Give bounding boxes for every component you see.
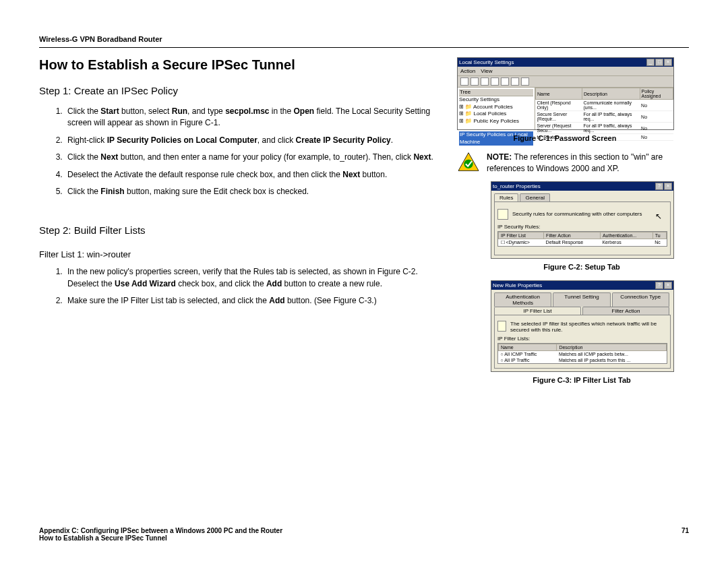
step1-heading: Step 1: Create an IPSec Policy: [39, 85, 444, 96]
cursor-icon: ↖: [655, 212, 662, 221]
toolbar-icon: [491, 77, 499, 86]
col-tu: Tu: [653, 232, 666, 239]
tree-node: ⊞ 📁 Local Policies: [459, 111, 533, 117]
col-auth: Authentication...: [600, 232, 653, 239]
fig2-title: to_router Properties: [493, 183, 541, 189]
figures-column: Local Security Settings _□× Action View: [457, 57, 673, 394]
figure-c3-window: New Rule Properties ?× Authentication Me…: [491, 280, 674, 372]
col-desc: Description: [582, 88, 640, 100]
fig1-listview: NameDescriptionPolicy Assigned Client (R…: [535, 88, 673, 129]
figure-c2-window: to_router Properties ?× Rules General Se…: [491, 181, 674, 259]
menu-action: Action: [460, 68, 475, 74]
toolbar-icon: [521, 77, 529, 86]
fig3-panel: The selected IP filter list specifies wh…: [494, 315, 671, 369]
fig3-title: New Rule Properties: [493, 282, 542, 288]
page-title: How to Establish a Secure IPSec Tunnel: [39, 57, 444, 73]
footer-left: Appendix C: Configuring IPSec between a …: [39, 527, 282, 534]
col-name: Name: [536, 88, 582, 100]
col-policy-assigned: Policy Assigned: [640, 88, 673, 100]
tab-conn-type: Connection Type: [612, 292, 669, 307]
tree-node: Security Settings: [459, 96, 533, 103]
window-buttons: ?×: [655, 183, 672, 190]
toolbar-icon: [511, 77, 519, 86]
fig1-titlebar: Local Security Settings _□×: [458, 58, 673, 67]
fig2-caption: Figure C-2: Setup Tab: [491, 263, 673, 271]
close-icon: ×: [664, 59, 672, 66]
page-number: 71: [681, 527, 689, 534]
fig3-grid: NameDescription ○ All ICMP TrafficMatche…: [497, 343, 667, 364]
step2-item: Make sure the IP Filter List tab is sele…: [65, 295, 444, 307]
toolbar-icon: [471, 77, 479, 86]
tab-auth-methods: Authentication Methods: [494, 292, 551, 307]
step2-heading: Step 2: Build Filter Lists: [39, 224, 444, 236]
fig1-menubar: Action View: [458, 67, 673, 76]
fig2-titlebar: to_router Properties ?×: [491, 182, 673, 191]
tree-node: ⊞ 📁 Account Policies: [459, 104, 533, 111]
fig1-toolbar: [458, 76, 673, 88]
toolbar-icon: [460, 77, 468, 86]
running-header: Wireless-G VPN Boradband Router: [39, 35, 689, 43]
tree-node: ⊞ 📁 Public Key Policies: [459, 118, 533, 125]
fig1-title: Local Security Settings: [459, 59, 514, 65]
step1-item: Click the Finish button, making sure the…: [65, 186, 444, 197]
step1-item: Click the Next button, and then enter a …: [65, 152, 444, 163]
list-row: Secure Server (Requir...For all IP traff…: [536, 111, 673, 123]
fig1-tree: Tree Security Settings ⊞ 📁 Account Polic…: [458, 88, 535, 129]
rules-icon: [497, 209, 508, 220]
grid-row: ○ All IP TrafficMatches all IP packets f…: [499, 357, 667, 363]
main-text-column: How to Establish a Secure IPSec Tunnel S…: [39, 57, 444, 394]
step2-list: In the new policy's properties screen, v…: [39, 266, 444, 307]
fig3-tabs-top: Authentication Methods Tunnel Setting Co…: [491, 290, 673, 307]
help-icon: ?: [655, 183, 663, 190]
fig2-panel: Security rules for communicating with ot…: [494, 201, 671, 255]
fig2-desc: Security rules for communicating with ot…: [512, 211, 642, 217]
fig2-grid-label: IP Security Rules:: [497, 224, 540, 230]
header-rule: [39, 47, 689, 48]
col-description: Description: [557, 344, 667, 350]
svg-point-1: [464, 160, 473, 168]
help-icon: ?: [655, 282, 663, 289]
fig2-tabs: Rules General: [491, 191, 673, 201]
step1-item: Click the Start button, select Run, and …: [65, 106, 444, 129]
page: Wireless-G VPN Boradband Router How to E…: [0, 0, 728, 562]
close-icon: ×: [664, 282, 672, 289]
tab-tunnel-setting: Tunnel Setting: [553, 292, 610, 307]
minimize-icon: _: [646, 59, 655, 66]
footer-sub: How to Establish a Secure IPSec Tunnel: [39, 534, 689, 542]
list-row: Client (Respond Only)Communicate normall…: [536, 100, 673, 111]
tab-general: General: [520, 193, 549, 201]
menu-view: View: [481, 68, 492, 74]
tab-filter-action: Filter Action: [582, 307, 669, 315]
page-footer: Appendix C: Configuring IPSec between a …: [39, 527, 689, 542]
window-buttons: _□×: [646, 59, 672, 66]
step1-item: Right-click IP Security Policies on Loca…: [65, 135, 444, 146]
col-filterlist: IP Filter List: [499, 232, 544, 239]
tab-rules: Rules: [494, 193, 518, 201]
fig3-desc: The selected IP filter list specifies wh…: [510, 321, 667, 333]
tab-ip-filter-list: IP Filter List: [494, 307, 581, 315]
fig3-caption: Figure C-3: IP Filter List Tab: [491, 376, 673, 384]
note-text: NOTE: The references in this section to …: [487, 152, 673, 175]
note-block: NOTE: The references in this section to …: [457, 152, 673, 175]
step1-list: Click the Start button, select Run, and …: [39, 106, 444, 197]
step2-subheading: Filter List 1: win->router: [39, 249, 444, 259]
fig3-tabs-bot: IP Filter List Filter Action: [491, 307, 673, 315]
step2-item: In the new policy's properties screen, v…: [65, 266, 444, 290]
list-row: Server (Request Secu...For all IP traffi…: [536, 123, 673, 134]
col-filteraction: Filter Action: [544, 232, 601, 239]
toolbar-icon: [481, 77, 489, 86]
grid-row: ○ All ICMP TrafficMatches all ICMP packe…: [499, 350, 667, 357]
fig3-titlebar: New Rule Properties ?×: [491, 281, 673, 290]
fig3-grid-label: IP Filter Lists:: [497, 336, 667, 342]
close-icon: ×: [664, 183, 672, 190]
tree-header: Tree: [459, 89, 533, 96]
window-buttons: ?×: [655, 282, 672, 289]
figure-c1-window: Local Security Settings _□× Action View: [457, 57, 674, 130]
maximize-icon: □: [655, 59, 663, 66]
toolbar-icon: [501, 77, 509, 86]
col-name: Name: [499, 344, 557, 350]
warning-icon: [457, 152, 480, 172]
grid-row: ☐ <Dynamic>Default ResponseKerberosNc: [499, 239, 667, 246]
fig2-grid: IP Filter ListFilter ActionAuthenticatio…: [497, 231, 667, 247]
filter-list-icon: [497, 321, 506, 332]
